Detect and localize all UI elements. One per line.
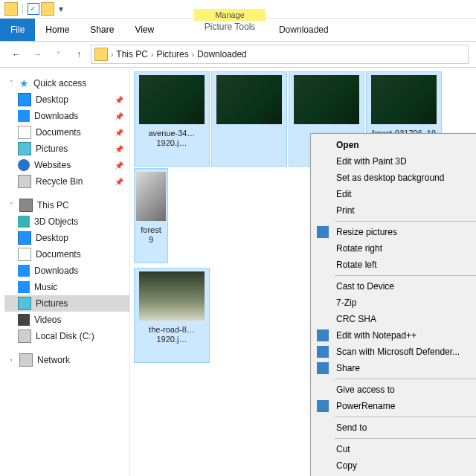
sidebar-item-label: Websites <box>34 160 71 170</box>
sidebar-item-label: This PC <box>37 200 69 210</box>
context-menu-item-edit-with-notepad[interactable]: Edit with Notepad++ <box>312 327 476 344</box>
sidebar-item-label: Pictures <box>36 144 68 154</box>
context-menu-separator <box>335 379 476 379</box>
context-menu-item-crc-sha[interactable]: CRC SHA❯ <box>312 311 476 327</box>
ic-drive-icon <box>18 329 31 343</box>
sidebar-item-documents[interactable]: Documents📌 <box>4 124 129 141</box>
sidebar-this-pc[interactable]: ˅ This PC <box>4 197 129 213</box>
context-menu-label: Copy <box>336 460 357 471</box>
file-thumbnail[interactable]: forest9 <box>135 169 167 263</box>
context-menu-item-share[interactable]: Share <box>312 360 476 376</box>
sidebar-quick-access[interactable]: ˅ ★ Quick access <box>4 75 129 91</box>
context-menu-label: PowerRename <box>336 401 395 411</box>
file-name-label: forest9 <box>139 225 163 245</box>
expand-icon[interactable]: › <box>7 356 15 364</box>
context-menu-item-rotate-right[interactable]: Rotate right <box>312 240 476 257</box>
breadcrumb-pictures[interactable]: Pictures <box>156 49 188 60</box>
context-menu-separator <box>335 416 476 417</box>
sidebar-item-downloads[interactable]: Downloads <box>4 263 129 279</box>
tab-share[interactable]: Share <box>80 19 124 41</box>
explorer-body: ˅ ★ Quick access Desktop📌Downloads📌Docum… <box>0 68 476 476</box>
context-menu-item-cut[interactable]: Cut <box>312 441 476 457</box>
chevron-right-icon[interactable]: › <box>151 51 153 59</box>
tab-picture-tools[interactable]: Picture Tools <box>197 21 263 33</box>
sidebar-item-desktop[interactable]: Desktop <box>4 230 129 246</box>
pin-icon: 📌 <box>115 112 123 120</box>
file-thumbnail[interactable]: the-road-8…1920.j… <box>135 268 209 362</box>
context-menu-separator <box>335 221 476 222</box>
context-menu-label: Open <box>336 140 359 150</box>
context-menu-label: Print <box>336 205 355 216</box>
context-menu-label: Send to <box>336 422 367 433</box>
sidebar-item-music[interactable]: Music <box>4 279 129 295</box>
pin-icon: 📌 <box>115 145 123 153</box>
sidebar-item-local-disk-c-[interactable]: Local Disk (C:) <box>4 328 129 344</box>
address-field[interactable]: › This PC › Pictures › Downloaded <box>91 45 469 64</box>
ic-doc-icon <box>18 126 31 139</box>
chevron-right-icon[interactable]: › <box>111 51 113 59</box>
context-menu-item-give-access-to[interactable]: Give access to❯ <box>312 382 476 398</box>
ic-screen-icon <box>18 93 31 106</box>
recent-locations-button[interactable]: ˅ <box>49 45 67 63</box>
file-pane[interactable]: avenue-34…1920.j…forest-931706_1920.jpgf… <box>130 68 476 476</box>
qat-overflow-icon[interactable]: ▾ <box>56 4 66 14</box>
sidebar-item-label: Downloads <box>34 266 78 276</box>
forward-button[interactable]: → <box>28 45 46 63</box>
tab-view[interactable]: View <box>124 19 164 41</box>
context-menu-item-resize-pictures[interactable]: Resize pictures <box>312 224 476 240</box>
sidebar-item-documents[interactable]: Documents <box>4 246 129 263</box>
context-menu-label: 7-Zip <box>336 298 356 308</box>
window-title: Downloaded <box>279 25 329 35</box>
context-menu-item-edit[interactable]: Edit <box>312 186 476 202</box>
context-menu-item-scan-with-microsoft-defender[interactable]: Scan with Microsoft Defender... <box>312 344 476 360</box>
context-menu-item-rotate-left[interactable]: Rotate left <box>312 257 476 273</box>
sidebar-item-label: Music <box>34 282 57 292</box>
file-tab[interactable]: File <box>0 19 35 41</box>
sidebar-item-label: Pictures <box>36 298 68 309</box>
navigation-bar: ← → ˅ ↑ › This PC › Pictures › Downloade… <box>0 42 476 68</box>
tab-home[interactable]: Home <box>35 19 80 41</box>
npp-icon <box>317 329 329 341</box>
resize-icon <box>317 226 329 238</box>
ic-video-icon <box>18 314 30 326</box>
file-name-label: avenue-34…1920.j… <box>147 129 197 148</box>
sidebar-item-label: 3D Objects <box>34 216 78 227</box>
file-thumbnail[interactable]: avenue-34…1920.j… <box>135 72 209 166</box>
quick-access-toolbar: ✓ ▾ <box>0 2 71 16</box>
share-icon <box>317 362 329 374</box>
collapse-icon[interactable]: ˅ <box>7 202 15 209</box>
breadcrumb-this-pc[interactable]: This PC <box>116 49 148 60</box>
sidebar-item-websites[interactable]: Websites📌 <box>4 157 129 173</box>
context-menu-label: Cut <box>336 444 350 454</box>
context-menu-item-cast-to-device[interactable]: Cast to Device❯ <box>312 278 476 295</box>
breadcrumb-downloaded[interactable]: Downloaded <box>197 49 247 60</box>
context-menu-item-set-as-desktop-background[interactable]: Set as desktop background <box>312 170 476 186</box>
file-thumbnail[interactable] <box>212 72 286 166</box>
new-folder-icon[interactable] <box>41 2 54 16</box>
sidebar-item-desktop[interactable]: Desktop📌 <box>4 91 129 108</box>
context-menu-item-7-zip[interactable]: 7-Zip❯ <box>312 295 476 311</box>
context-menu-item-send-to[interactable]: Send to❯ <box>312 419 476 436</box>
context-menu-item-copy[interactable]: Copy <box>312 457 476 474</box>
sidebar-item-pictures[interactable]: Pictures <box>4 295 129 312</box>
sidebar-item-pictures[interactable]: Pictures📌 <box>4 141 129 157</box>
sidebar-item-3d-objects[interactable]: 3D Objects <box>4 213 129 230</box>
up-button[interactable]: ↑ <box>70 45 88 63</box>
context-menu-item-open[interactable]: Open <box>312 137 476 153</box>
navigation-pane: ˅ ★ Quick access Desktop📌Downloads📌Docum… <box>0 68 130 476</box>
powerrename-icon <box>317 400 329 412</box>
collapse-icon[interactable]: ˅ <box>7 80 15 87</box>
back-button[interactable]: ← <box>7 45 25 63</box>
chevron-right-icon[interactable]: › <box>192 51 194 59</box>
context-menu-item-powerrename[interactable]: PowerRename <box>312 398 476 414</box>
sidebar-item-label: Desktop <box>36 94 68 105</box>
sidebar-item-recycle-bin[interactable]: Recycle Bin📌 <box>4 173 129 190</box>
context-menu-item-print[interactable]: Print <box>312 202 476 219</box>
properties-icon[interactable]: ✓ <box>28 3 39 15</box>
sidebar-network[interactable]: › Network <box>4 352 129 368</box>
folder-icon[interactable] <box>4 2 18 16</box>
sidebar-item-videos[interactable]: Videos <box>4 312 129 328</box>
sidebar-item-downloads[interactable]: Downloads📌 <box>4 108 129 124</box>
ic-pic-icon <box>18 297 31 310</box>
context-menu-item-edit-with-paint-3d[interactable]: Edit with Paint 3D <box>312 153 476 170</box>
